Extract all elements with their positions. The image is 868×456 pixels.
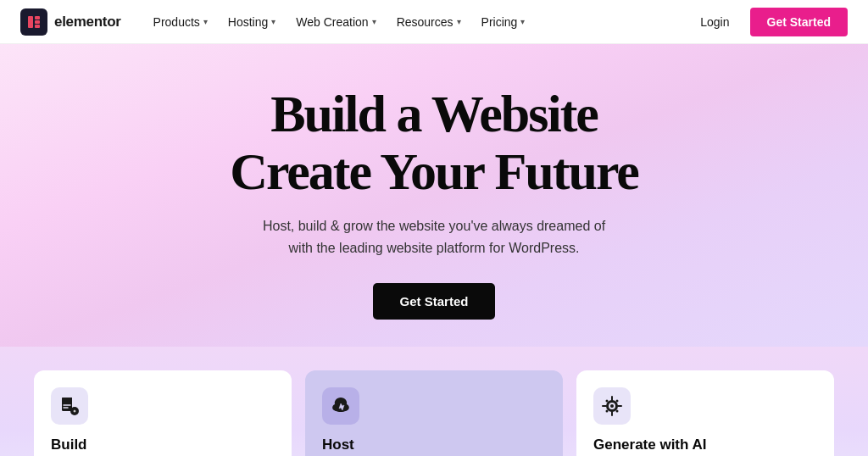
build-card: Build Bring your vision to life with the… (34, 370, 292, 456)
chevron-down-icon: ▾ (372, 17, 376, 26)
navbar: elementor Products ▾ Hosting ▾ Web Creat… (0, 0, 868, 44)
cards-section: Build Bring your vision to life with the… (0, 347, 868, 456)
nav-item-hosting[interactable]: Hosting ▾ (220, 10, 284, 34)
nav-get-started-button[interactable]: Get Started (750, 8, 848, 36)
svg-point-20 (616, 409, 619, 412)
svg-point-12 (610, 404, 614, 408)
hero-title: Build a Website Create Your Future (230, 85, 638, 200)
nav-links: Products ▾ Hosting ▾ Web Creation ▾ Reso… (145, 10, 691, 34)
ai-card-title: Generate with AI (593, 437, 817, 453)
svg-rect-1 (35, 16, 40, 19)
nav-item-web-creation[interactable]: Web Creation ▾ (287, 10, 384, 34)
svg-rect-5 (62, 398, 69, 404)
chevron-down-icon: ▾ (457, 17, 461, 26)
ai-card: Generate with AI Supercharge your sites … (576, 370, 834, 456)
nav-item-resources[interactable]: Resources ▾ (388, 10, 470, 34)
chevron-down-icon: ▾ (203, 17, 208, 26)
chevron-down-icon: ▾ (271, 17, 275, 26)
chevron-down-icon: ▾ (520, 17, 525, 26)
logo-text: elementor (54, 14, 121, 31)
nav-item-pricing[interactable]: Pricing ▾ (473, 10, 534, 34)
svg-rect-9 (75, 409, 75, 412)
svg-point-18 (616, 399, 619, 402)
hero-cta-button[interactable]: Get Started (373, 283, 496, 320)
build-card-title: Build (51, 437, 275, 453)
svg-rect-2 (35, 20, 40, 24)
logo[interactable]: elementor (20, 8, 121, 36)
build-icon (51, 387, 88, 425)
hero-subtitle: Host, build & grow the website you've al… (263, 215, 605, 259)
svg-point-19 (606, 409, 609, 412)
nav-actions: Login Get Started (690, 8, 848, 36)
host-card-title: Host (322, 437, 546, 453)
login-button[interactable]: Login (690, 10, 739, 34)
svg-marker-6 (69, 398, 72, 402)
host-card: Host Grow with lightning-fast, scalable … (305, 370, 563, 456)
logo-icon (20, 8, 47, 36)
svg-rect-3 (35, 25, 40, 28)
hero-section: Build a Website Create Your Future Host,… (0, 44, 868, 347)
ai-icon (593, 387, 631, 425)
svg-rect-0 (28, 16, 33, 28)
nav-item-products[interactable]: Products ▾ (145, 10, 216, 34)
svg-point-17 (606, 399, 609, 402)
host-icon (322, 387, 359, 425)
